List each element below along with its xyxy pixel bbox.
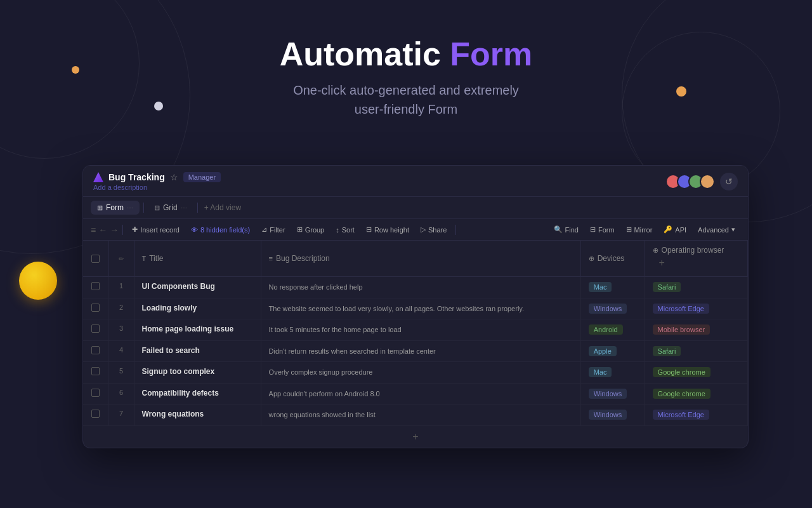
card-topbar-right: ↺	[665, 173, 738, 190]
row-num: 7	[108, 404, 134, 426]
card-title-left: Bug Tracking ☆ Manager Add a description	[93, 172, 221, 191]
device-chip: Android	[589, 324, 623, 335]
refresh-button[interactable]: ↺	[720, 173, 738, 190]
manager-badge: Manager	[183, 172, 221, 182]
row-device: Android	[580, 319, 645, 341]
mirror-icon: ⊞	[626, 225, 632, 234]
add-view-button[interactable]: + Add view	[204, 203, 241, 212]
device-chip: Mac	[589, 282, 612, 292]
row-title: Home page loading issue	[134, 319, 261, 341]
title-purple: Form	[450, 36, 532, 72]
table-row: 4 Failed to search Didn't return results…	[83, 340, 748, 362]
find-icon: 🔍	[554, 225, 563, 234]
row-num: 5	[108, 362, 134, 384]
table-row: 3 Home page loading issue It took 5 minu…	[83, 319, 748, 341]
row-browser: Safari	[645, 340, 747, 362]
nav-forward-icon[interactable]: →	[110, 225, 119, 235]
browser-chip: Safari	[653, 346, 681, 356]
table-row: 2 Loading slowly The website seemed to l…	[83, 298, 748, 319]
tab-grid[interactable]: ⊟ Grid ⋯	[148, 201, 193, 215]
row-checkbox-cell	[83, 277, 108, 298]
grid-tab-icon: ⊟	[154, 204, 160, 212]
page-header: Automatic Form One-click auto-generated …	[0, 0, 812, 138]
row-browser: Mobile browser	[645, 319, 747, 341]
add-row-button[interactable]: +	[83, 426, 748, 448]
yellow-ball-decoration	[19, 262, 57, 300]
triangle-icon	[93, 172, 103, 182]
data-table: ✏ T Title ≡ Bug Description	[83, 241, 748, 426]
row-checkbox[interactable]	[91, 346, 100, 354]
avatar-group	[665, 174, 715, 189]
table-container: ✏ T Title ≡ Bug Description	[83, 241, 748, 448]
add-description-link[interactable]: Add a description	[93, 184, 221, 191]
row-num: 4	[108, 340, 134, 362]
device-chip: Mac	[589, 367, 612, 377]
device-chip: Windows	[589, 410, 627, 420]
row-description: App couldn't perform on Android 8.0	[261, 383, 580, 404]
row-browser: Microsoft Edge	[645, 404, 747, 426]
grid-tab-more[interactable]: ⋯	[181, 204, 187, 211]
card-topbar: Bug Tracking ☆ Manager Add a description…	[83, 166, 748, 197]
form-tab-more[interactable]: ⋯	[127, 204, 133, 211]
toolbar-sep-1	[122, 225, 123, 235]
pen-icon: ✏	[119, 255, 124, 262]
row-browser: Microsoft Edge	[645, 298, 747, 319]
hidden-fields-button[interactable]: 👁 8 hidden field(s)	[186, 224, 255, 236]
row-checkbox-cell	[83, 383, 108, 404]
row-checkbox[interactable]	[91, 304, 100, 312]
row-height-button[interactable]: ⊟ Row height	[361, 223, 414, 236]
table-header-row: ✏ T Title ≡ Bug Description	[83, 241, 748, 277]
row-checkbox-cell	[83, 404, 108, 426]
star-icon[interactable]: ☆	[170, 172, 178, 182]
avatar-4	[700, 174, 715, 189]
row-browser: Google chrome	[645, 383, 747, 404]
row-checkbox[interactable]	[91, 389, 100, 397]
devices-col-icon: ⊕	[589, 255, 594, 263]
row-checkbox-cell	[83, 319, 108, 341]
row-height-icon: ⊟	[366, 225, 372, 234]
form-icon: ⊟	[590, 225, 596, 234]
toolbar: ≡ ← → ✚ Insert record 👁 8 hidden field(s…	[83, 219, 748, 241]
page-subtitle: One-click auto-generated and extremely u…	[13, 81, 799, 119]
group-icon: ⊞	[297, 225, 303, 234]
row-title: UI Components Bug	[134, 277, 261, 298]
row-description: Overly complex signup procedure	[261, 362, 580, 384]
select-all-checkbox[interactable]	[91, 255, 100, 263]
row-device: Mac	[580, 362, 645, 384]
browser-col-icon: ⊕	[653, 246, 658, 255]
device-chip: Windows	[589, 389, 627, 399]
row-title: Loading slowly	[134, 298, 261, 319]
row-checkbox-cell	[83, 362, 108, 384]
nav-back-icon[interactable]: ←	[98, 225, 107, 235]
api-button[interactable]: 🔑 API	[658, 223, 691, 236]
browser-chip: Microsoft Edge	[653, 304, 709, 314]
row-title: Signup too complex	[134, 362, 261, 384]
group-button[interactable]: ⊞ Group	[292, 223, 330, 236]
row-checkbox[interactable]	[91, 282, 100, 290]
table-row: 5 Signup too complex Overly complex sign…	[83, 362, 748, 384]
row-device: Windows	[580, 404, 645, 426]
row-title: Wrong equations	[134, 404, 261, 426]
insert-record-button[interactable]: ✚ Insert record	[127, 223, 185, 236]
filter-button[interactable]: ⊿ Filter	[256, 223, 290, 236]
row-num: 1	[108, 277, 134, 298]
sort-button[interactable]: ↕ Sort	[331, 224, 360, 236]
browser-chip: Google chrome	[653, 389, 710, 399]
find-button[interactable]: 🔍 Find	[549, 223, 584, 236]
row-description: wrong equations showed in the list	[261, 404, 580, 426]
tab-form[interactable]: ⊞ Form ⋯	[91, 201, 140, 215]
toolbar-sep-2	[455, 225, 456, 235]
add-column-button[interactable]: +	[653, 255, 671, 271]
form-button[interactable]: ⊟ Form	[585, 223, 620, 236]
row-description: Didn't return results when searched in t…	[261, 340, 580, 362]
row-checkbox[interactable]	[91, 367, 100, 375]
row-checkbox[interactable]	[91, 324, 100, 333]
advanced-button[interactable]: Advanced ▾	[693, 223, 740, 236]
row-device: Windows	[580, 383, 645, 404]
share-button[interactable]: ▷ Share	[416, 223, 452, 236]
col-description: ≡ Bug Description	[261, 241, 580, 277]
row-checkbox[interactable]	[91, 410, 100, 418]
nav-list-icon[interactable]: ≡	[91, 225, 96, 235]
row-device: Windows	[580, 298, 645, 319]
mirror-button[interactable]: ⊞ Mirror	[621, 223, 658, 236]
